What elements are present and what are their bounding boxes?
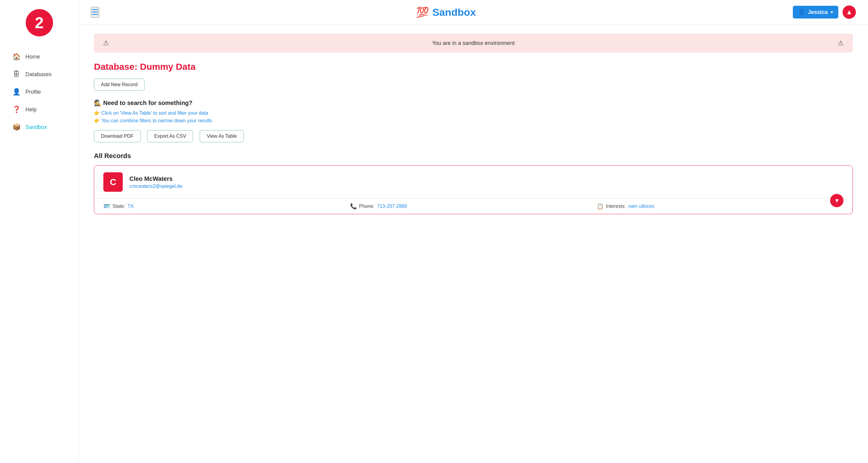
sidebar-item-home[interactable]: 🏠 Home: [6, 49, 72, 65]
sidebar-item-profile-label: Profile: [26, 89, 41, 95]
record-interests: 📋 Interests: nam ultrices: [597, 203, 843, 210]
add-new-record-button[interactable]: Add New Record: [94, 79, 145, 91]
view-as-table-button[interactable]: View As Table: [200, 130, 244, 142]
header-title: 💯 Sandbox: [416, 6, 476, 18]
state-value: TX: [128, 204, 134, 209]
action-buttons: Download PDF Export As CSV View As Table: [94, 130, 853, 142]
record-state: 🪪 State: TX: [103, 203, 350, 210]
search-section: 🕵 Need to search for something? 👉 Click …: [94, 99, 853, 123]
sandbox-icon: 📦: [12, 123, 21, 131]
main-area: ☰ 💯 Sandbox 👤 Jessica ▾ ▲ ⚠ You are in a…: [79, 0, 868, 463]
record-card-top: C Cleo McWaters cmcwaters2@spiegel.de: [94, 166, 852, 198]
sidebar-item-help-label: Help: [26, 107, 37, 113]
all-records-title: All Records: [94, 152, 853, 160]
sidebar-item-databases[interactable]: 🗄 Databases: [6, 66, 72, 83]
databases-icon: 🗄: [12, 70, 21, 78]
download-pdf-button[interactable]: Download PDF: [94, 130, 141, 142]
banner-text: You are in a sandbox environment: [432, 40, 515, 47]
record-details: 🪪 State: TX 📞 Phone: 713-207-2866 📋 Inte…: [94, 198, 852, 214]
user-menu-button[interactable]: 👤 Jessica ▾: [793, 6, 838, 19]
phone-value: 713-207-2866: [377, 204, 407, 209]
record-email: cmcwaters2@spiegel.de: [129, 183, 182, 189]
content-area: ⚠ You are in a sandbox environment ⚠ Dat…: [79, 25, 868, 223]
sidebar-item-home-label: Home: [26, 54, 40, 60]
phone-label: Phone:: [359, 204, 375, 209]
state-label: State:: [113, 204, 125, 209]
record-card: C Cleo McWaters cmcwaters2@spiegel.de 🪪 …: [94, 165, 853, 214]
profile-icon: 👤: [12, 88, 21, 96]
state-icon: 🪪: [103, 203, 110, 210]
app-title: Sandbox: [433, 6, 476, 18]
sidebar-item-sandbox[interactable]: 📦 Sandbox: [6, 119, 72, 135]
header-right: 👤 Jessica ▾ ▲: [793, 5, 856, 19]
sidebar: 2 🏠 Home 🗄 Databases 👤 Profile ❓ Help 📦 …: [0, 0, 79, 463]
interests-label: Interests:: [606, 204, 626, 209]
sandbox-banner: ⚠ You are in a sandbox environment ⚠: [94, 34, 853, 53]
record-phone: 📞 Phone: 713-207-2866: [350, 203, 597, 210]
sidebar-item-sandbox-label: Sandbox: [26, 124, 47, 131]
sidebar-item-profile[interactable]: 👤 Profile: [6, 84, 72, 100]
scroll-top-button[interactable]: ▲: [842, 5, 856, 19]
export-csv-button[interactable]: Export As CSV: [147, 130, 193, 142]
chevron-down-icon: ▾: [831, 10, 833, 15]
database-title: Database: Dummy Data: [94, 62, 853, 72]
record-expand-button[interactable]: ▾: [830, 194, 843, 207]
phone-icon: 📞: [350, 203, 357, 210]
hamburger-button[interactable]: ☰: [91, 7, 99, 18]
warn-icon-left: ⚠: [103, 39, 109, 47]
header: ☰ 💯 Sandbox 👤 Jessica ▾ ▲: [79, 0, 868, 25]
record-name: Cleo McWaters: [129, 175, 182, 182]
interests-value: nam ultrices: [628, 204, 654, 209]
title-emoji: 💯: [416, 6, 429, 18]
user-avatar-icon: 👤: [798, 9, 805, 16]
search-title: 🕵 Need to search for something?: [94, 99, 853, 107]
user-name: Jessica: [808, 9, 828, 16]
record-info: Cleo McWaters cmcwaters2@spiegel.de: [129, 175, 182, 189]
record-avatar: C: [103, 172, 123, 192]
warn-icon-right: ⚠: [838, 39, 844, 47]
sidebar-item-databases-label: Databases: [26, 71, 52, 78]
search-hint-1: 👉 Click on 'View As Table' to sort and f…: [94, 110, 853, 116]
interests-icon: 📋: [597, 203, 603, 210]
home-icon: 🏠: [12, 53, 21, 61]
sidebar-item-help[interactable]: ❓ Help: [6, 102, 72, 118]
help-icon: ❓: [12, 106, 21, 114]
logo-number: 2: [35, 13, 44, 32]
sidebar-nav: 🏠 Home 🗄 Databases 👤 Profile ❓ Help 📦 Sa…: [0, 49, 79, 137]
search-hint-2: 👉 You can combine filters to narrow down…: [94, 118, 853, 123]
sidebar-logo: 2: [26, 9, 53, 36]
